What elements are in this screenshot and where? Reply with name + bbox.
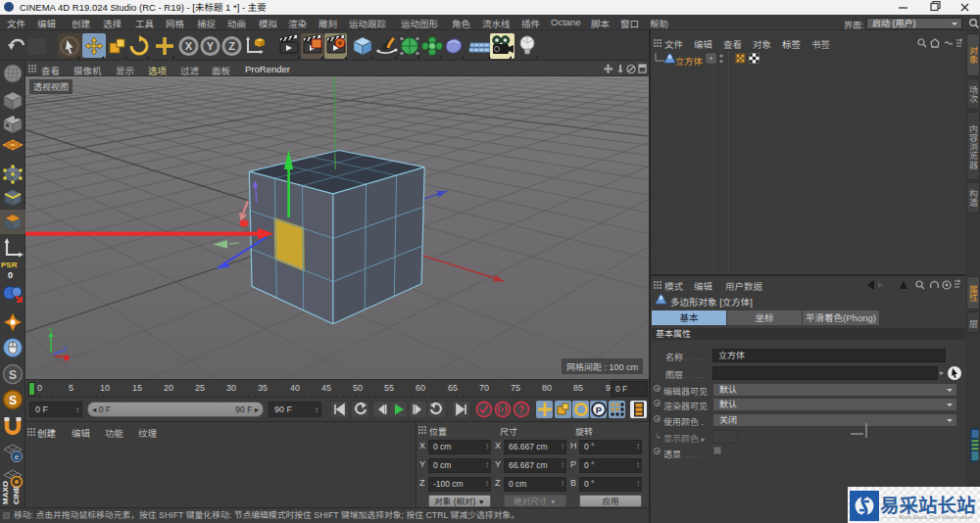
svg-text:?: ? — [518, 404, 524, 415]
svg-text:Z: Z — [228, 40, 235, 52]
svg-text:e: e — [15, 452, 20, 461]
svg-text:Z: Z — [63, 345, 68, 354]
svg-text:X: X — [185, 40, 193, 52]
svg-text:S: S — [9, 368, 17, 382]
svg-text:S: S — [9, 394, 17, 407]
svg-text:P: P — [596, 404, 603, 415]
svg-text:X: X — [63, 355, 69, 363]
svg-text:Y: Y — [207, 40, 215, 52]
svg-text:Y: Y — [48, 326, 54, 335]
